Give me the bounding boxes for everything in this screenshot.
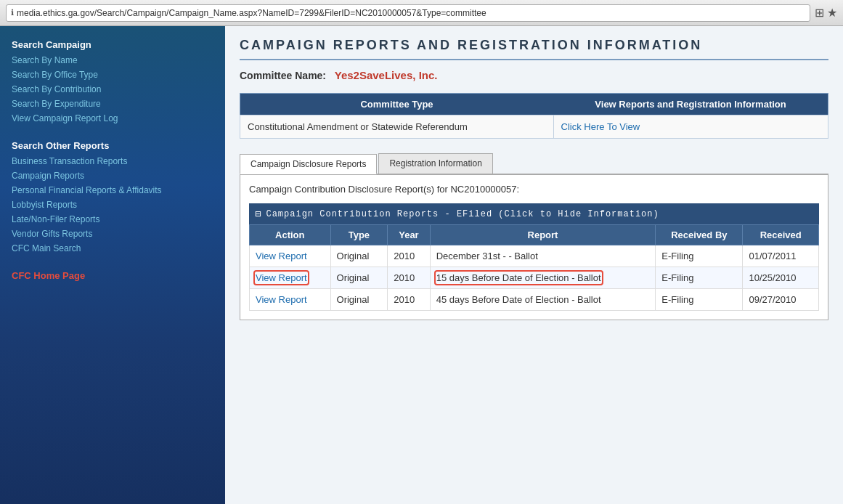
sidebar-item-cfc-main-search[interactable]: CFC Main Search (0, 241, 225, 256)
committee-name-label: Committee Name: (240, 70, 326, 81)
year-cell: 2010 (388, 245, 430, 267)
col-type-header: Type (330, 225, 388, 245)
reports-box: Campaign Contribution Disclosure Report(… (240, 174, 828, 320)
browser-chrome: ℹ media.ethics.ga.gov/Search/Campaign/Ca… (0, 0, 843, 26)
col-year-header: Year (388, 225, 430, 245)
collapse-icon[interactable]: ⊟ (255, 208, 261, 220)
report-cell: 45 days Before Date of Election - Ballot (430, 289, 656, 311)
table-row: View ReportOriginal201045 days Before Da… (250, 289, 819, 311)
sidebar-item-personal-financial-reports[interactable]: Personal Financial Reports & Affidavits (0, 183, 225, 198)
sidebar-item-late-non-filer-reports[interactable]: Late/Non-Filer Reports (0, 212, 225, 227)
search-campaign-title: Search Campaign (0, 33, 225, 53)
type-cell: Original (330, 289, 388, 311)
committee-name-row: Committee Name: Yes2SaveLives, Inc. (240, 69, 828, 81)
sidebar: Search Campaign Search By Name Search By… (0, 26, 225, 504)
section-header-text: Campaign Contribution Reports - EFiled (… (266, 209, 659, 219)
sidebar-item-vendor-gifts-reports[interactable]: Vendor Gifts Reports (0, 227, 225, 241)
report-cell: December 31st - - Ballot (430, 245, 656, 267)
received-by-cell: E-Filing (656, 245, 743, 267)
url-bar[interactable]: ℹ media.ethics.ga.gov/Search/Campaign/Ca… (6, 4, 810, 22)
sidebar-item-view-campaign-report-log[interactable]: View Campaign Report Log (0, 111, 225, 126)
col-action-header: Action (250, 225, 331, 245)
disclosure-description: Campaign Contribution Disclosure Report(… (249, 184, 819, 195)
view-reports-col-header: View Reports and Registration Informatio… (553, 94, 828, 115)
col-received-header: Received (743, 225, 819, 245)
reports-section-header: ⊟ Campaign Contribution Reports - EFiled… (249, 203, 819, 224)
col-report-header: Report (430, 225, 656, 245)
view-report-link[interactable]: View Report (256, 272, 307, 283)
sidebar-cfc-home-page[interactable]: CFC Home Page (0, 264, 225, 287)
sidebar-item-campaign-reports[interactable]: Campaign Reports (0, 168, 225, 183)
sidebar-item-business-transaction-reports[interactable]: Business Transaction Reports (0, 154, 225, 168)
report-cell: 15 days Before Date of Election - Ballot (430, 267, 656, 289)
committee-type-table: Committee Type View Reports and Registra… (240, 93, 828, 139)
received-cell: 10/25/2010 (743, 267, 819, 289)
table-row: View ReportOriginal2010December 31st - -… (250, 245, 819, 267)
content-area: CAMPAIGN REPORTS AND REGISTRATION INFORM… (225, 26, 843, 504)
search-other-reports-title: Search Other Reports (0, 134, 225, 154)
info-icon: ℹ (11, 8, 14, 17)
received-cell: 01/07/2011 (743, 245, 819, 267)
sidebar-item-search-by-contribution[interactable]: Search By Contribution (0, 82, 225, 97)
browser-actions: ⊞ ★ (815, 6, 837, 20)
click-here-to-view-link[interactable]: Click Here To View (553, 115, 828, 139)
bookmark-icon[interactable]: ★ (827, 6, 837, 20)
page-title: CAMPAIGN REPORTS AND REGISTRATION INFORM… (240, 38, 828, 60)
sidebar-item-search-by-expenditure[interactable]: Search By Expenditure (0, 97, 225, 111)
tab-campaign-disclosure-reports[interactable]: Campaign Disclosure Reports (240, 154, 377, 174)
tabs-bar: Campaign Disclosure Reports Registration… (240, 153, 828, 174)
col-received-by-header: Received By (656, 225, 743, 245)
received-by-cell: E-Filing (656, 289, 743, 311)
type-cell: Original (330, 245, 388, 267)
committee-name-value: Yes2SaveLives, Inc. (335, 69, 438, 81)
table-row: Constitutional Amendment or Statewide Re… (240, 115, 828, 139)
main-layout: Search Campaign Search By Name Search By… (0, 26, 843, 504)
sidebar-item-lobbyist-reports[interactable]: Lobbyist Reports (0, 198, 225, 212)
year-cell: 2010 (388, 267, 430, 289)
table-row: View ReportOriginal201015 days Before Da… (250, 267, 819, 289)
view-report-link[interactable]: View Report (256, 251, 307, 261)
view-report-link[interactable]: View Report (256, 294, 307, 305)
received-cell: 09/27/2010 (743, 289, 819, 311)
tab-registration-information[interactable]: Registration Information (378, 153, 492, 174)
committee-type-cell: Constitutional Amendment or Statewide Re… (240, 115, 554, 139)
url-text: media.ethics.ga.gov/Search/Campaign/Camp… (17, 8, 486, 18)
extensions-icon[interactable]: ⊞ (815, 6, 824, 20)
sidebar-item-search-by-office-type[interactable]: Search By Office Type (0, 68, 225, 82)
tabs-container: Campaign Disclosure Reports Registration… (240, 153, 828, 320)
reports-table: Action Type Year Report Received By Rece… (249, 224, 819, 311)
year-cell: 2010 (388, 289, 430, 311)
received-by-cell: E-Filing (656, 267, 743, 289)
type-cell: Original (330, 267, 388, 289)
committee-type-col-header: Committee Type (240, 94, 554, 115)
sidebar-item-search-by-name[interactable]: Search By Name (0, 53, 225, 68)
